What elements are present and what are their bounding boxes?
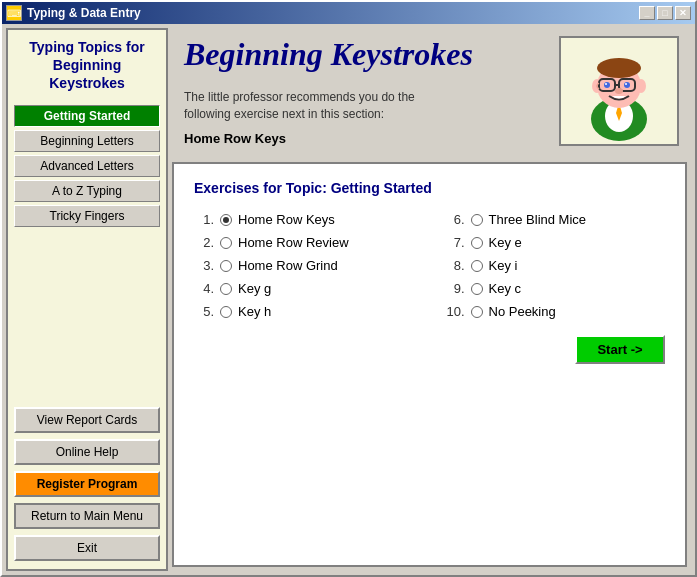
- return-to-main-menu-button[interactable]: Return to Main Menu: [14, 503, 160, 529]
- exercise-label-9: Key c: [489, 281, 522, 296]
- svg-point-5: [597, 58, 641, 78]
- app-icon: ⌨: [6, 5, 22, 21]
- exercise-label-1: Home Row Keys: [238, 212, 335, 227]
- minimize-button[interactable]: _: [639, 6, 655, 20]
- window-title: Typing & Data Entry: [27, 6, 141, 20]
- exercises-title: Exercises for Topic: Getting Started: [194, 180, 665, 196]
- exercise-label-10: No Peeking: [489, 304, 556, 319]
- header-section: Beginning Keystrokes The little professo…: [172, 28, 691, 154]
- exercises-col-left: 1. Home Row Keys 2. Home Row Review 3.: [194, 212, 415, 319]
- exercise-item-10: 10. No Peeking: [445, 304, 666, 319]
- exercise-item-5: 5. Key h: [194, 304, 415, 319]
- exercises-header: Exercises for Topic:: [194, 180, 331, 196]
- exercises-topic-name: Getting Started: [331, 180, 432, 196]
- exercises-grid: 1. Home Row Keys 2. Home Row Review 3.: [194, 212, 665, 319]
- exercise-item-2: 2. Home Row Review: [194, 235, 415, 250]
- sidebar-buttons: View Report Cards Online Help Register P…: [14, 407, 160, 561]
- title-bar: ⌨ Typing & Data Entry _ □ ✕: [2, 2, 695, 24]
- exercise-label-7: Key e: [489, 235, 522, 250]
- exercise-radio-5[interactable]: [220, 306, 232, 318]
- svg-point-15: [615, 88, 623, 94]
- professor-icon: [569, 41, 669, 141]
- svg-point-14: [625, 83, 627, 85]
- exercise-label-6: Three Blind Mice: [489, 212, 587, 227]
- content-area: Beginning Keystrokes The little professo…: [172, 28, 691, 571]
- exercise-num-1: 1.: [194, 212, 214, 227]
- exercise-label-3: Home Row Grind: [238, 258, 338, 273]
- sidebar-item-beginning-letters[interactable]: Beginning Letters: [14, 130, 160, 152]
- exercise-num-9: 9.: [445, 281, 465, 296]
- exercise-label-8: Key i: [489, 258, 518, 273]
- exercise-item-4: 4. Key g: [194, 281, 415, 296]
- exercise-radio-1[interactable]: [220, 214, 232, 226]
- sidebar-item-advanced-letters[interactable]: Advanced Letters: [14, 155, 160, 177]
- exercise-num-3: 3.: [194, 258, 214, 273]
- sidebar-item-tricky-fingers[interactable]: Tricky Fingers: [14, 205, 160, 227]
- sidebar-item-getting-started[interactable]: Getting Started: [14, 105, 160, 127]
- exercise-radio-4[interactable]: [220, 283, 232, 295]
- sidebar-title: Typing Topics for Beginning Keystrokes: [14, 38, 160, 93]
- professor-image: [559, 36, 679, 146]
- exercise-item-3: 3. Home Row Grind: [194, 258, 415, 273]
- sidebar-nav: Getting Started Beginning Letters Advanc…: [14, 105, 160, 227]
- view-report-cards-button[interactable]: View Report Cards: [14, 407, 160, 433]
- exercise-item-1: 1. Home Row Keys: [194, 212, 415, 227]
- sidebar: Typing Topics for Beginning Keystrokes G…: [6, 28, 168, 571]
- rec-line2: following exercise next in this section:: [184, 107, 384, 121]
- exercise-item-9: 9. Key c: [445, 281, 666, 296]
- exercise-num-6: 6.: [445, 212, 465, 227]
- exercise-radio-8[interactable]: [471, 260, 483, 272]
- exercise-num-2: 2.: [194, 235, 214, 250]
- start-btn-row: Start ->: [194, 335, 665, 364]
- exercise-label-2: Home Row Review: [238, 235, 349, 250]
- page-title: Beginning Keystrokes: [184, 36, 547, 73]
- exercises-panel: Exercises for Topic: Getting Started 1. …: [172, 162, 687, 567]
- main-window: ⌨ Typing & Data Entry _ □ ✕ Typing Topic…: [0, 0, 697, 577]
- title-bar-left: ⌨ Typing & Data Entry: [6, 5, 141, 21]
- exercise-num-8: 8.: [445, 258, 465, 273]
- recommended-topic: Home Row Keys: [184, 131, 547, 146]
- svg-point-7: [636, 79, 646, 93]
- exercises-col-right: 6. Three Blind Mice 7. Key e 8. K: [445, 212, 666, 319]
- exercise-num-10: 10.: [445, 304, 465, 319]
- exercise-radio-2[interactable]: [220, 237, 232, 249]
- exercise-num-7: 7.: [445, 235, 465, 250]
- exercise-item-6: 6. Three Blind Mice: [445, 212, 666, 227]
- sidebar-item-a-to-z[interactable]: A to Z Typing: [14, 180, 160, 202]
- main-content: Typing Topics for Beginning Keystrokes G…: [2, 24, 695, 575]
- maximize-button[interactable]: □: [657, 6, 673, 20]
- svg-point-12: [624, 82, 630, 88]
- recommendation-text: The little professor recommends you do t…: [184, 89, 504, 123]
- exercise-radio-6[interactable]: [471, 214, 483, 226]
- online-help-button[interactable]: Online Help: [14, 439, 160, 465]
- exercise-item-8: 8. Key i: [445, 258, 666, 273]
- close-button[interactable]: ✕: [675, 6, 691, 20]
- exercise-label-5: Key h: [238, 304, 271, 319]
- exercise-radio-10[interactable]: [471, 306, 483, 318]
- exercise-num-5: 5.: [194, 304, 214, 319]
- exercise-num-4: 4.: [194, 281, 214, 296]
- register-program-button[interactable]: Register Program: [14, 471, 160, 497]
- header-text: Beginning Keystrokes The little professo…: [184, 36, 547, 146]
- rec-line1: The little professor recommends you do t…: [184, 90, 415, 104]
- exercise-label-4: Key g: [238, 281, 271, 296]
- exercise-radio-3[interactable]: [220, 260, 232, 272]
- svg-point-11: [604, 82, 610, 88]
- exercise-item-7: 7. Key e: [445, 235, 666, 250]
- window-controls: _ □ ✕: [639, 6, 691, 20]
- exit-button[interactable]: Exit: [14, 535, 160, 561]
- svg-point-13: [605, 83, 607, 85]
- exercise-radio-7[interactable]: [471, 237, 483, 249]
- exercise-radio-9[interactable]: [471, 283, 483, 295]
- start-button[interactable]: Start ->: [575, 335, 665, 364]
